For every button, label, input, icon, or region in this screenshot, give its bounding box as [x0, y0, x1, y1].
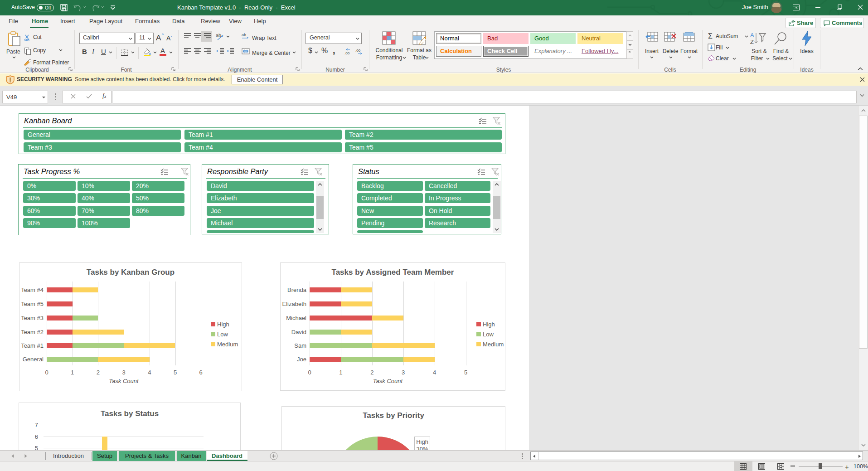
svg-text:.00: .00	[344, 51, 350, 55]
svg-text:A: A	[750, 32, 754, 39]
svg-text:.00: .00	[355, 49, 361, 53]
svg-text:Z: Z	[750, 39, 754, 45]
svg-text:ab: ab	[242, 33, 246, 37]
